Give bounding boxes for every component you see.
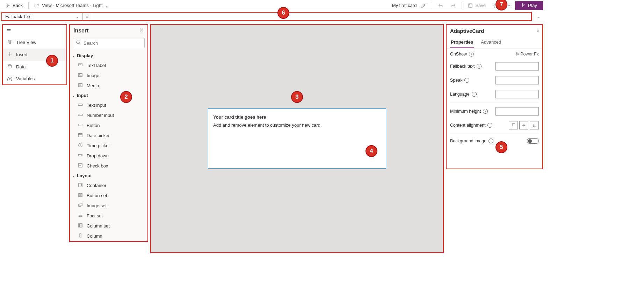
contentalign-label: Content alignment (450, 123, 485, 128)
rail-item-variables[interactable]: (x) Variables (3, 73, 66, 84)
play-icon (521, 2, 526, 8)
formula-expand-button[interactable]: ⌄ (533, 11, 545, 22)
svg-rect-27 (81, 224, 82, 227)
callout-4: 4 (366, 145, 377, 157)
item-text-input[interactable]: Text input (70, 100, 147, 110)
stack-icon (7, 39, 13, 45)
info-icon[interactable]: i (472, 92, 477, 97)
info-icon[interactable]: i (489, 139, 493, 143)
close-icon[interactable] (139, 28, 144, 34)
pencil-icon (421, 3, 426, 8)
svg-rect-0 (35, 4, 38, 7)
properties-panel: AdaptiveCard › Properties Advanced OnSho… (446, 24, 543, 169)
rename-button[interactable] (418, 1, 429, 10)
info-icon[interactable]: i (487, 123, 492, 128)
language-label: Language (450, 92, 470, 97)
info-icon[interactable]: i (483, 109, 488, 114)
powerfx-link[interactable]: fx Power Fx (516, 51, 539, 57)
card-subtitle: Add and remove element to customize your… (213, 122, 381, 128)
item-button-set[interactable]: Button set (70, 191, 147, 201)
insert-title: Insert (73, 28, 89, 34)
svg-rect-2 (469, 3, 472, 7)
item-date-picker[interactable]: Date picker (70, 130, 147, 141)
insert-search-input[interactable] (84, 40, 142, 46)
item-label: Number input (87, 113, 114, 118)
item-number-input[interactable]: Number input (70, 110, 147, 120)
info-icon[interactable]: i (464, 78, 469, 83)
bgimage-label: Background image (450, 139, 486, 143)
item-check-box[interactable]: Check box (70, 161, 147, 171)
item-media[interactable]: Media (70, 81, 147, 91)
align-middle-button[interactable] (519, 121, 528, 129)
canvas[interactable]: 3 Your card title goes here Add and remo… (150, 24, 444, 253)
group-input[interactable]: ⌄ Input (70, 91, 147, 100)
search-icon (76, 40, 81, 46)
callout-2: 2 (120, 91, 132, 103)
card-preview[interactable]: Your card title goes here Add and remove… (208, 109, 386, 169)
item-time-picker[interactable]: Time picker (70, 141, 147, 151)
back-label: Back (13, 3, 23, 8)
svg-rect-26 (80, 224, 81, 227)
image-icon (78, 73, 83, 79)
save-label: Save (475, 3, 486, 8)
svg-rect-18 (79, 184, 82, 186)
text-input-icon (78, 102, 83, 108)
left-rail: Tree View Insert Data (x) Variables 1 (2, 24, 67, 85)
group-layout[interactable]: ⌄ Layout (70, 171, 147, 180)
align-bottom-button[interactable] (530, 121, 539, 129)
columnset-icon (78, 223, 83, 229)
item-label: Button (87, 123, 100, 128)
svg-rect-10 (78, 104, 82, 105)
language-input[interactable] (495, 90, 539, 98)
back-button[interactable]: Back (2, 1, 26, 10)
view-selector[interactable]: View - Microsoft Teams - Light ⌄ (31, 1, 110, 10)
bgimage-toggle[interactable] (527, 138, 539, 144)
hamburger-icon[interactable] (3, 26, 66, 36)
item-label: Check box (87, 163, 108, 169)
item-label: Column (87, 233, 102, 239)
callout-3: 3 (291, 91, 303, 103)
chevron-down-icon: ⌄ (105, 3, 108, 7)
insert-search[interactable] (73, 38, 145, 48)
tab-advanced[interactable]: Advanced (480, 37, 502, 48)
item-column-set[interactable]: Column set (70, 221, 147, 231)
align-top-button[interactable] (509, 121, 518, 129)
info-icon[interactable]: i (469, 52, 474, 57)
undo-button[interactable] (435, 1, 446, 10)
minheight-input[interactable] (495, 107, 539, 115)
svg-point-5 (77, 41, 79, 44)
column-icon (78, 233, 83, 239)
item-fact-set[interactable]: Fact set (70, 211, 147, 221)
item-container[interactable]: Container (70, 180, 147, 191)
item-label: Time picker (87, 143, 110, 148)
tab-properties[interactable]: Properties (450, 37, 474, 48)
card-title: Your card title goes here (213, 114, 381, 120)
item-label: Text input (87, 103, 106, 108)
item-image[interactable]: Image (70, 70, 147, 81)
clock-icon (78, 143, 83, 149)
item-button[interactable]: Button (70, 120, 147, 130)
item-image-set[interactable]: Image set (70, 201, 147, 211)
fallback-input[interactable] (495, 62, 539, 70)
save-button[interactable]: Save (465, 1, 489, 10)
speak-input[interactable] (495, 76, 539, 84)
item-text-label[interactable]: Text label (70, 60, 147, 70)
number-input-icon (78, 112, 83, 118)
info-icon[interactable]: i (477, 64, 482, 69)
arrow-left-icon (5, 3, 10, 8)
chevron-down-icon: ⌄ (72, 94, 75, 97)
group-display[interactable]: ⌄ Display (70, 51, 147, 60)
redo-button[interactable] (448, 1, 459, 10)
svg-rect-13 (79, 134, 82, 137)
group-label: Layout (77, 173, 92, 178)
rail-item-treeview[interactable]: Tree View (3, 36, 66, 48)
item-drop-down[interactable]: Drop down (70, 151, 147, 161)
chevron-right-icon[interactable]: › (537, 28, 539, 34)
item-label: Image (87, 73, 99, 78)
item-label: Media (87, 83, 99, 88)
play-button[interactable]: Play (515, 1, 543, 10)
group-label: Display (77, 53, 93, 58)
item-label: Fact set (87, 213, 103, 218)
item-column[interactable]: Column (70, 231, 147, 241)
dropdown-icon (78, 153, 83, 159)
